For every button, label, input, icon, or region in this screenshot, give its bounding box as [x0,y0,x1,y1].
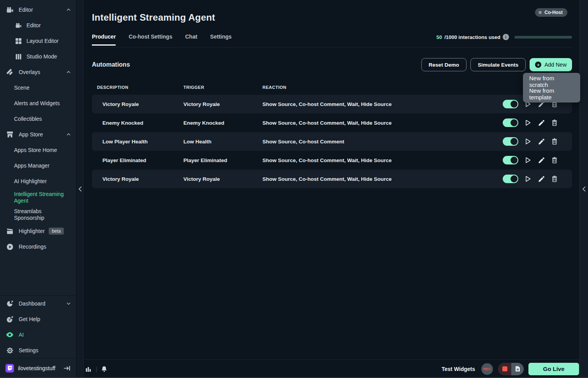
edit-button[interactable] [537,118,546,127]
tab-chat[interactable]: Chat [185,34,197,44]
sidebar: Editor Editor Layout Editor Studio Mode … [0,0,76,378]
sidebar-item-label: Scene [14,85,30,91]
eye-icon [5,332,14,337]
beta-badge: beta [49,228,64,235]
sidebar-item-scene[interactable]: Scene [0,80,76,95]
play-button[interactable] [524,156,532,164]
automations-title: Automations [92,61,130,68]
save-replay-button[interactable] [511,363,524,375]
sidebar-item-alerts-and-widgets[interactable]: Alerts and Widgets [0,95,76,111]
row-trigger: Victory Royale [183,101,262,107]
test-widgets-button[interactable]: Test Widgets [442,366,475,372]
row-reaction: Show Source, Co-host Comment [262,139,503,145]
table-row: Low Player Health Low Health Show Source… [92,132,572,151]
info-icon[interactable]: i [503,34,509,40]
table-row: Enemy Knocked Enemy Knocked Show Source,… [92,113,572,132]
sidebar-item-apps-store-home[interactable]: Apps Store Home [0,142,76,158]
sidebar-item-app-store-group[interactable]: App Store [0,127,76,142]
delete-button[interactable] [550,175,559,183]
enable-toggle[interactable] [503,118,518,127]
sidebar-item-streamlabs-sponsorship[interactable]: Streamlabs Sponsorship [0,206,76,223]
row-description: Low Player Health [92,139,183,145]
sidebar-item-intelligent-streaming-agent[interactable]: Intelligent Streaming Agent [0,189,76,206]
camera-icon [5,7,14,13]
delete-button[interactable] [550,156,559,164]
edit-button[interactable] [537,137,546,146]
logout-icon[interactable] [63,366,70,371]
row-reaction: Show Source, Co-host Comment, Wait, Hide… [262,176,503,182]
row-reaction: Show Source, Co-host Comment, Wait, Hide… [262,120,503,126]
sidebar-item-ai-highlighter[interactable]: AI Highlighter [0,173,76,189]
edit-button[interactable] [537,156,546,164]
sidebar-item-label: Dashboard [19,300,46,307]
sidebar-item-settings[interactable]: Settings [0,343,76,358]
sidebar-item-dashboard[interactable]: Dashboard [0,296,76,311]
gear-icon [5,347,14,354]
enable-toggle[interactable] [503,137,518,146]
collapse-sidebar-icon[interactable] [79,186,82,192]
sidebar-item-label: Layout Editor [26,38,59,44]
sidebar-item-label: AI Highlighter [14,178,47,184]
sidebar-spacer [0,254,76,295]
sidebar-item-label: Collectibles [14,116,42,122]
enable-toggle[interactable] [503,156,518,164]
enable-toggle[interactable] [503,100,518,108]
tab-cohost-settings[interactable]: Co-host Settings [129,34,172,44]
interactions-meter: 50 /1000 interactions used i [437,34,572,40]
sidebar-item-studio-mode[interactable]: Studio Mode [0,49,76,64]
row-trigger: Low Health [183,139,262,145]
sidebar-item-label: App Store [19,131,43,138]
sidebar-item-ai[interactable]: AI [0,327,76,343]
sidebar-item-label: Apps Store Home [14,147,57,153]
reset-demo-button[interactable]: Reset Demo [421,58,467,71]
collapse-panel-icon[interactable] [583,186,586,192]
sidebar-item-label: Apps Manager [14,163,49,169]
sidebar-item-label: Streamlabs Sponsorship [14,208,70,221]
rec-indicator: REC [481,363,493,375]
tab-producer[interactable]: Producer [92,34,116,46]
sidebar-item-label: Overlays [19,69,40,75]
chevron-up-icon[interactable] [67,9,70,11]
sidebar-item-overlays-group[interactable]: Overlays [0,64,76,80]
column-header-description: DESCRIPTION [97,85,183,90]
play-button[interactable] [524,137,532,146]
help-icon: ? [5,316,14,323]
sidebar-item-collectibles[interactable]: Collectibles [0,111,76,127]
sidebar-item-layout-editor[interactable]: Layout Editor [0,33,76,49]
delete-button[interactable] [550,137,559,146]
twitch-icon [5,364,14,373]
sidebar-item-recordings[interactable]: Recordings [0,239,76,254]
sidebar-item-get-help[interactable]: ? Get Help [0,311,76,327]
add-new-button[interactable]: + Add New [530,58,572,71]
go-live-button[interactable]: Go Live [528,363,579,375]
performance-metrics-icon[interactable] [86,366,91,372]
menu-item-new-from-template[interactable]: New from template [523,88,580,100]
chevron-up-icon[interactable] [67,71,70,73]
table-row: Victory Royale Victory Royale Show Sourc… [92,170,572,188]
column-header-trigger: TRIGGER [183,85,262,90]
table-row: Victory Royale Victory Royale Show Sourc… [92,95,572,113]
notifications-bell-icon[interactable] [101,366,107,372]
sidebar-item-editor-group[interactable]: Editor [0,2,76,18]
play-button[interactable] [524,175,532,183]
menu-item-new-from-scratch[interactable]: New from scratch [523,75,580,88]
automations-header: Automations Reset Demo Simulate Events +… [92,58,572,71]
interactions-used-count: 50 [437,34,442,40]
enable-toggle[interactable] [503,175,518,183]
sidebar-item-highlighter[interactable]: Highlighter beta [0,223,76,239]
sidebar-item-apps-manager[interactable]: Apps Manager [0,158,76,173]
row-description: Victory Royale [92,101,183,107]
delete-button[interactable] [550,118,559,127]
sidebar-item-editor[interactable]: Editor [0,18,76,33]
edit-button[interactable] [537,175,546,183]
chevron-up-icon[interactable] [67,133,70,136]
page-title: Intelligent Streaming Agent [92,0,572,23]
tab-settings[interactable]: Settings [210,34,232,44]
play-button[interactable] [524,118,532,127]
simulate-events-button[interactable]: Simulate Events [470,58,526,71]
cohost-badge: Co-Host [535,8,567,17]
chevron-down-icon[interactable] [67,302,70,305]
username-label: ilovetestingstuff [18,365,55,371]
stop-recording-button[interactable] [498,363,511,375]
sidebar-item-label: Recordings [19,244,46,250]
